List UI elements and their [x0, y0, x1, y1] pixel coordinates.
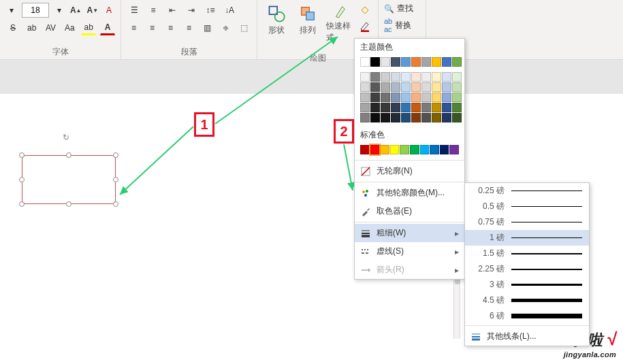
resize-handle-br[interactable]: [113, 201, 118, 207]
resize-handle-tc[interactable]: [66, 152, 71, 158]
theme-swatch[interactable]: [360, 57, 370, 67]
rotation-handle-icon[interactable]: ↻: [63, 133, 75, 145]
theme-swatch[interactable]: [411, 72, 421, 82]
theme-swatch[interactable]: [370, 72, 380, 82]
std-swatch[interactable]: [380, 145, 389, 154]
line-spacing-icon[interactable]: ↕≡: [203, 3, 218, 18]
align-left-icon[interactable]: ≡: [127, 20, 141, 35]
resize-handle-tl[interactable]: [19, 152, 25, 158]
more-colors-item[interactable]: 其他轮廓颜色(M)...: [355, 184, 464, 202]
weight-option[interactable]: 4.5 磅: [465, 293, 589, 308]
font-size-dd-icon[interactable]: ▾: [53, 3, 65, 18]
theme-swatch[interactable]: [421, 93, 431, 102]
theme-swatch[interactable]: [391, 57, 400, 67]
theme-swatch[interactable]: [401, 93, 411, 102]
std-swatch[interactable]: [440, 145, 449, 154]
shrink-font-icon[interactable]: A▼: [86, 3, 99, 18]
theme-swatch[interactable]: [391, 103, 400, 112]
grow-font-icon[interactable]: A▲: [69, 3, 82, 18]
theme-swatch[interactable]: [360, 93, 370, 102]
theme-swatch[interactable]: [391, 113, 400, 122]
resize-handle-bl[interactable]: [19, 201, 25, 207]
theme-swatch[interactable]: [391, 82, 400, 92]
shadow-icon[interactable]: ab: [25, 20, 39, 35]
std-swatch[interactable]: [430, 145, 439, 154]
weight-option[interactable]: 3 磅: [465, 277, 589, 293]
theme-swatch[interactable]: [421, 82, 431, 92]
theme-swatch[interactable]: [452, 93, 462, 102]
std-swatch[interactable]: [370, 145, 380, 154]
weight-option[interactable]: 0.5 磅: [465, 199, 589, 214]
theme-swatch[interactable]: [432, 82, 441, 92]
find-button[interactable]: 查找: [397, 3, 413, 14]
shape-fill-icon[interactable]: [357, 3, 372, 18]
theme-swatch[interactable]: [452, 113, 462, 122]
weight-option[interactable]: 1.5 磅: [465, 246, 589, 261]
dashes-item[interactable]: 虚线(S) ▸: [355, 242, 464, 261]
eyedropper-item[interactable]: 取色器(E): [355, 202, 464, 220]
more-lines-item[interactable]: 其他线条(L)...: [465, 327, 589, 346]
theme-swatch[interactable]: [452, 72, 462, 82]
justify-icon[interactable]: ≡: [182, 20, 196, 35]
std-swatch[interactable]: [410, 145, 419, 154]
theme-swatch[interactable]: [381, 57, 390, 67]
bullets-icon[interactable]: ☰: [127, 3, 142, 18]
theme-swatch[interactable]: [360, 72, 370, 82]
highlight-icon[interactable]: ab: [81, 20, 96, 35]
theme-swatch[interactable]: [421, 72, 431, 82]
align-right-icon[interactable]: ≡: [163, 20, 178, 35]
theme-swatch[interactable]: [370, 57, 380, 67]
weight-item[interactable]: 粗细(W) ▸: [355, 224, 464, 242]
smartart-icon[interactable]: ⬚: [237, 20, 251, 35]
char-spacing-icon[interactable]: AV: [44, 20, 59, 35]
resize-handle-bc[interactable]: [66, 201, 71, 207]
replace-button[interactable]: 替换: [395, 20, 411, 31]
theme-swatch[interactable]: [401, 57, 411, 67]
theme-swatch[interactable]: [360, 113, 370, 122]
theme-swatch[interactable]: [442, 113, 451, 122]
std-swatch[interactable]: [400, 145, 409, 154]
indent-inc-icon[interactable]: ⇥: [184, 3, 199, 18]
shape-outline-icon[interactable]: [357, 19, 372, 34]
theme-swatch[interactable]: [452, 103, 462, 112]
align-center-icon[interactable]: ≡: [145, 20, 159, 35]
std-swatch[interactable]: [390, 145, 400, 154]
theme-swatch[interactable]: [411, 57, 421, 67]
theme-swatch[interactable]: [442, 72, 451, 82]
theme-swatch[interactable]: [411, 82, 421, 92]
strike-icon[interactable]: S: [5, 20, 20, 35]
theme-swatch[interactable]: [452, 57, 462, 67]
theme-swatch[interactable]: [442, 103, 451, 112]
theme-swatch[interactable]: [381, 72, 390, 82]
text-direction-icon[interactable]: ↓A: [222, 3, 237, 18]
std-swatch[interactable]: [420, 145, 430, 154]
font-color-icon[interactable]: A: [100, 20, 115, 35]
theme-swatch[interactable]: [411, 93, 421, 102]
theme-swatch[interactable]: [452, 82, 462, 92]
resize-handle-mr[interactable]: [113, 177, 118, 182]
theme-swatch[interactable]: [370, 103, 380, 112]
columns-icon[interactable]: ▥: [200, 20, 214, 35]
weight-option[interactable]: 1 磅: [465, 230, 589, 246]
selected-shape[interactable]: [22, 155, 116, 204]
theme-swatch[interactable]: [401, 72, 411, 82]
no-outline-item[interactable]: 无轮廓(N): [355, 162, 464, 180]
change-case-icon[interactable]: Aa: [62, 20, 77, 35]
theme-swatch[interactable]: [442, 57, 451, 67]
clear-format-icon[interactable]: A: [103, 3, 115, 18]
font-size-input[interactable]: [22, 3, 49, 18]
resize-handle-ml[interactable]: [19, 177, 25, 182]
theme-swatch[interactable]: [401, 113, 411, 122]
theme-swatch[interactable]: [432, 93, 441, 102]
theme-swatch[interactable]: [432, 103, 441, 112]
theme-swatch[interactable]: [370, 82, 380, 92]
shapes-button[interactable]: 形状: [263, 3, 290, 44]
theme-swatch[interactable]: [421, 57, 431, 67]
quick-style-button[interactable]: 快速样式: [326, 3, 353, 44]
weight-option[interactable]: 2.25 磅: [465, 261, 589, 277]
indent-dec-icon[interactable]: ⇤: [165, 3, 180, 18]
theme-swatch[interactable]: [442, 93, 451, 102]
font-family-dd[interactable]: ▾: [5, 3, 18, 18]
theme-swatch[interactable]: [421, 113, 431, 122]
theme-swatch[interactable]: [360, 103, 370, 112]
